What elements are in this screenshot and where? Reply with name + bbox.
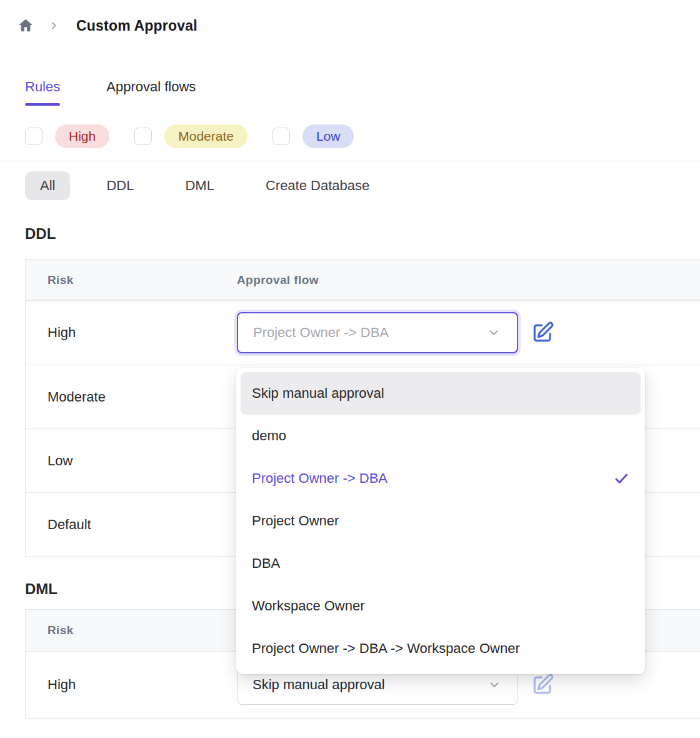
active-tab-underline [25, 103, 60, 106]
category-tab-ddl[interactable]: DDL [91, 171, 149, 200]
horizontal-divider [0, 161, 700, 161]
risk-label: High [26, 325, 237, 341]
chevron-down-icon [487, 326, 501, 340]
dropdown-option-project-owner-dba-workspace-owner[interactable]: Project Owner -> DBA -> Workspace Owner [241, 627, 641, 670]
risk-filter-high: High [25, 124, 109, 148]
risk-label: Moderate [26, 389, 237, 405]
dropdown-option-skip-manual-approval[interactable]: Skip manual approval [241, 372, 641, 415]
chevron-down-icon [488, 678, 501, 692]
edit-icon [531, 321, 554, 345]
low-checkbox[interactable] [272, 128, 290, 145]
category-tab-dml[interactable]: DML [170, 171, 229, 200]
option-label: demo [252, 428, 286, 444]
option-label: Skip manual approval [252, 385, 384, 402]
option-label: Project Owner [252, 513, 339, 529]
low-badge: Low [302, 124, 354, 148]
table-row-ddl-high: High Project Owner -> DBA [26, 301, 700, 365]
column-header-risk: Risk [26, 624, 237, 637]
column-header-approval-flow: Approval flow [237, 273, 319, 287]
option-label: DBA [252, 555, 280, 572]
page-title: Custom Approval [76, 18, 198, 34]
tab-rules[interactable]: Rules [25, 79, 60, 106]
check-icon [613, 470, 629, 487]
edit-flow-button[interactable] [531, 673, 554, 697]
dropdown-option-project-owner-dba[interactable]: Project Owner -> DBA [241, 457, 641, 500]
breadcrumb: Custom Approval [0, 0, 700, 36]
risk-filter-row: High Moderate Low [25, 124, 700, 148]
category-tabs: All DDL DML Create Database [25, 171, 700, 200]
category-tab-all[interactable]: All [25, 171, 70, 200]
approval-flow-cell: Project Owner -> DBA [237, 312, 554, 353]
edit-icon [531, 673, 554, 697]
section-title-ddl: DDL [25, 225, 700, 243]
moderate-checkbox[interactable] [134, 128, 152, 145]
chevron-right-icon [49, 21, 59, 31]
main-tabs: Rules Approval flows [25, 79, 700, 106]
ddl-table-header: Risk Approval flow [26, 259, 700, 301]
edit-flow-button[interactable] [531, 321, 554, 345]
option-label: Project Owner -> DBA -> Workspace Owner [252, 640, 520, 657]
tab-approval-flows[interactable]: Approval flows [106, 79, 196, 106]
dropdown-option-workspace-owner[interactable]: Workspace Owner [241, 585, 641, 627]
tab-rules-label: Rules [25, 79, 60, 103]
risk-filter-moderate: Moderate [134, 124, 248, 148]
tab-approval-flows-label: Approval flows [106, 79, 196, 103]
dropdown-option-project-owner[interactable]: Project Owner [241, 500, 641, 542]
risk-filter-low: Low [272, 124, 354, 148]
custom-approval-page: Custom Approval Rules Approval flows Hig… [0, 0, 700, 738]
risk-label: High [26, 677, 237, 693]
option-label: Project Owner -> DBA [252, 470, 388, 487]
moderate-badge: Moderate [164, 124, 248, 148]
ddl-high-flow-select[interactable]: Project Owner -> DBA [237, 312, 518, 353]
approval-flow-dropdown: Skip manual approval demo Project Owner … [236, 368, 645, 674]
category-tab-create-database[interactable]: Create Database [251, 171, 384, 200]
high-badge: High [55, 124, 109, 148]
dropdown-option-dba[interactable]: DBA [241, 542, 641, 585]
risk-label: Default [26, 517, 237, 533]
column-header-risk: Risk [26, 273, 237, 287]
select-value: Project Owner -> DBA [253, 325, 389, 341]
high-checkbox[interactable] [25, 128, 42, 145]
option-label: Workspace Owner [252, 598, 365, 614]
select-value: Skip manual approval [252, 677, 385, 693]
home-icon[interactable] [18, 18, 34, 34]
risk-label: Low [26, 453, 237, 469]
dropdown-option-demo[interactable]: demo [241, 415, 641, 457]
